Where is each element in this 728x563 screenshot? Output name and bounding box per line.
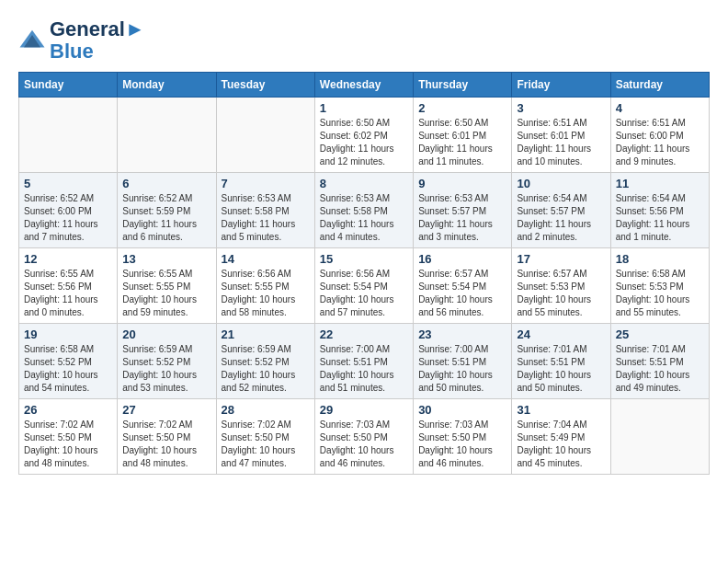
day-number: 29 (320, 403, 408, 417)
day-detail: Sunrise: 6:55 AMSunset: 5:55 PMDaylight:… (122, 268, 210, 319)
calendar-cell: 10Sunrise: 6:54 AMSunset: 5:57 PMDayligh… (512, 173, 610, 248)
day-number: 30 (418, 403, 506, 417)
logo: General► Blue (18, 18, 145, 63)
day-number: 15 (320, 252, 408, 266)
calendar-cell: 24Sunrise: 7:01 AMSunset: 5:51 PMDayligh… (512, 324, 610, 399)
calendar-cell: 4Sunrise: 6:51 AMSunset: 6:00 PMDaylight… (610, 98, 709, 173)
day-number: 17 (517, 252, 605, 266)
day-number: 6 (122, 177, 210, 190)
day-number: 23 (418, 327, 506, 341)
calendar-cell: 7Sunrise: 6:53 AMSunset: 5:58 PMDaylight… (216, 173, 314, 248)
logo-icon (18, 27, 46, 54)
day-detail: Sunrise: 6:57 AMSunset: 5:54 PMDaylight:… (418, 268, 506, 319)
calendar-cell: 18Sunrise: 6:58 AMSunset: 5:53 PMDayligh… (610, 248, 709, 324)
day-number: 16 (418, 252, 506, 266)
day-detail: Sunrise: 6:51 AMSunset: 6:01 PMDaylight:… (517, 117, 605, 168)
day-detail: Sunrise: 7:03 AMSunset: 5:50 PMDaylight:… (320, 419, 408, 470)
day-detail: Sunrise: 6:51 AMSunset: 6:00 PMDaylight:… (616, 117, 704, 168)
page-header: General► Blue (18, 18, 710, 63)
calendar-cell: 20Sunrise: 6:59 AMSunset: 5:52 PMDayligh… (118, 324, 216, 399)
col-header-friday: Friday (512, 73, 610, 98)
calendar-cell: 12Sunrise: 6:55 AMSunset: 5:56 PMDayligh… (19, 248, 118, 324)
day-number: 7 (222, 177, 310, 190)
col-header-saturday: Saturday (610, 73, 709, 98)
day-detail: Sunrise: 7:02 AMSunset: 5:50 PMDaylight:… (24, 419, 112, 470)
calendar-cell (610, 399, 709, 475)
day-number: 9 (418, 177, 506, 190)
day-number: 5 (24, 177, 112, 190)
calendar-cell: 11Sunrise: 6:54 AMSunset: 5:56 PMDayligh… (610, 173, 709, 248)
day-number: 4 (616, 101, 704, 115)
calendar-cell: 15Sunrise: 6:56 AMSunset: 5:54 PMDayligh… (314, 248, 413, 324)
day-detail: Sunrise: 6:52 AMSunset: 5:59 PMDaylight:… (122, 192, 210, 244)
day-detail: Sunrise: 6:53 AMSunset: 5:57 PMDaylight:… (418, 192, 506, 244)
calendar-cell (19, 98, 118, 173)
day-detail: Sunrise: 6:56 AMSunset: 5:54 PMDaylight:… (320, 268, 408, 319)
day-number: 24 (517, 327, 605, 341)
day-detail: Sunrise: 6:59 AMSunset: 5:52 PMDaylight:… (222, 343, 310, 395)
calendar-cell: 25Sunrise: 7:01 AMSunset: 5:51 PMDayligh… (610, 324, 709, 399)
day-detail: Sunrise: 7:02 AMSunset: 5:50 PMDaylight:… (122, 419, 210, 470)
day-number: 1 (320, 101, 408, 115)
calendar-cell: 28Sunrise: 7:02 AMSunset: 5:50 PMDayligh… (216, 399, 314, 475)
calendar-cell: 29Sunrise: 7:03 AMSunset: 5:50 PMDayligh… (314, 399, 413, 475)
day-detail: Sunrise: 6:57 AMSunset: 5:53 PMDaylight:… (517, 268, 605, 319)
col-header-tuesday: Tuesday (216, 73, 314, 98)
day-detail: Sunrise: 6:50 AMSunset: 6:02 PMDaylight:… (320, 117, 408, 168)
day-number: 10 (517, 177, 605, 190)
day-detail: Sunrise: 7:00 AMSunset: 5:51 PMDaylight:… (320, 343, 408, 395)
calendar-cell: 31Sunrise: 7:04 AMSunset: 5:49 PMDayligh… (512, 399, 610, 475)
day-number: 13 (122, 252, 210, 266)
day-number: 19 (24, 327, 112, 341)
calendar-cell: 14Sunrise: 6:56 AMSunset: 5:55 PMDayligh… (216, 248, 314, 324)
calendar-cell: 8Sunrise: 6:53 AMSunset: 5:58 PMDaylight… (314, 173, 413, 248)
calendar-cell: 19Sunrise: 6:58 AMSunset: 5:52 PMDayligh… (19, 324, 118, 399)
day-number: 22 (320, 327, 408, 341)
day-number: 11 (616, 177, 704, 190)
calendar-cell: 21Sunrise: 6:59 AMSunset: 5:52 PMDayligh… (216, 324, 314, 399)
day-detail: Sunrise: 6:56 AMSunset: 5:55 PMDaylight:… (222, 268, 310, 319)
calendar-cell: 16Sunrise: 6:57 AMSunset: 5:54 PMDayligh… (414, 248, 512, 324)
calendar-cell: 22Sunrise: 7:00 AMSunset: 5:51 PMDayligh… (314, 324, 413, 399)
day-detail: Sunrise: 7:01 AMSunset: 5:51 PMDaylight:… (517, 343, 605, 395)
day-detail: Sunrise: 7:03 AMSunset: 5:50 PMDaylight:… (418, 419, 506, 470)
day-number: 28 (222, 403, 310, 417)
day-detail: Sunrise: 6:58 AMSunset: 5:53 PMDaylight:… (616, 268, 704, 319)
calendar-cell: 13Sunrise: 6:55 AMSunset: 5:55 PMDayligh… (118, 248, 216, 324)
day-detail: Sunrise: 6:53 AMSunset: 5:58 PMDaylight:… (320, 192, 408, 244)
calendar-cell (118, 98, 216, 173)
calendar-cell: 30Sunrise: 7:03 AMSunset: 5:50 PMDayligh… (414, 399, 512, 475)
col-header-sunday: Sunday (19, 73, 118, 98)
day-detail: Sunrise: 7:04 AMSunset: 5:49 PMDaylight:… (517, 419, 605, 470)
day-number: 3 (517, 101, 605, 115)
day-detail: Sunrise: 7:00 AMSunset: 5:51 PMDaylight:… (418, 343, 506, 395)
day-detail: Sunrise: 6:50 AMSunset: 6:01 PMDaylight:… (418, 117, 506, 168)
calendar-cell: 26Sunrise: 7:02 AMSunset: 5:50 PMDayligh… (19, 399, 118, 475)
day-number: 12 (24, 252, 112, 266)
day-detail: Sunrise: 6:55 AMSunset: 5:56 PMDaylight:… (24, 268, 112, 319)
calendar-cell: 6Sunrise: 6:52 AMSunset: 5:59 PMDaylight… (118, 173, 216, 248)
calendar-cell: 23Sunrise: 7:00 AMSunset: 5:51 PMDayligh… (414, 324, 512, 399)
day-detail: Sunrise: 6:54 AMSunset: 5:56 PMDaylight:… (616, 192, 704, 244)
day-detail: Sunrise: 7:02 AMSunset: 5:50 PMDaylight:… (222, 419, 310, 470)
day-detail: Sunrise: 6:59 AMSunset: 5:52 PMDaylight:… (122, 343, 210, 395)
calendar-table: SundayMondayTuesdayWednesdayThursdayFrid… (18, 72, 710, 475)
day-detail: Sunrise: 7:01 AMSunset: 5:51 PMDaylight:… (616, 343, 704, 395)
calendar-cell: 9Sunrise: 6:53 AMSunset: 5:57 PMDaylight… (414, 173, 512, 248)
day-detail: Sunrise: 6:52 AMSunset: 6:00 PMDaylight:… (24, 192, 112, 244)
day-number: 20 (122, 327, 210, 341)
day-number: 21 (222, 327, 310, 341)
calendar-cell: 27Sunrise: 7:02 AMSunset: 5:50 PMDayligh… (118, 399, 216, 475)
col-header-monday: Monday (118, 73, 216, 98)
calendar-cell (216, 98, 314, 173)
col-header-wednesday: Wednesday (314, 73, 413, 98)
day-detail: Sunrise: 6:54 AMSunset: 5:57 PMDaylight:… (517, 192, 605, 244)
day-detail: Sunrise: 6:53 AMSunset: 5:58 PMDaylight:… (222, 192, 310, 244)
calendar-cell: 5Sunrise: 6:52 AMSunset: 6:00 PMDaylight… (19, 173, 118, 248)
day-number: 14 (222, 252, 310, 266)
day-number: 25 (616, 327, 704, 341)
day-number: 18 (616, 252, 704, 266)
calendar-cell: 17Sunrise: 6:57 AMSunset: 5:53 PMDayligh… (512, 248, 610, 324)
calendar-cell: 1Sunrise: 6:50 AMSunset: 6:02 PMDaylight… (314, 98, 413, 173)
day-detail: Sunrise: 6:58 AMSunset: 5:52 PMDaylight:… (24, 343, 112, 395)
